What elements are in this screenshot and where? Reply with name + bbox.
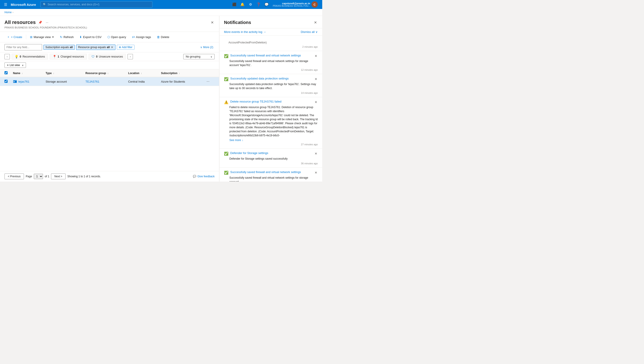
- dismiss-all-button[interactable]: Dismiss all ∨: [301, 30, 318, 34]
- notif-title-4[interactable]: Successfully saved firewall and virtual …: [230, 170, 312, 174]
- notifications-bell-icon[interactable]: 🔔: [239, 1, 246, 8]
- notification-plain-item: AccountProtectedFromDeletion) 2 minutes …: [220, 37, 322, 51]
- resource-type-cell: Storage account: [43, 77, 83, 86]
- activity-log-link[interactable]: More events in the activity log →: [224, 30, 266, 34]
- notif-see-more-2[interactable]: See more: [229, 139, 241, 142]
- assign-tags-button[interactable]: 🏷 Assign tags: [130, 34, 154, 40]
- search-input[interactable]: [48, 3, 150, 6]
- row-checkbox[interactable]: [4, 80, 8, 83]
- row-actions-button[interactable]: ···: [205, 79, 211, 84]
- page-select[interactable]: 1: [34, 174, 43, 179]
- breadcrumb-home[interactable]: Home: [4, 11, 12, 14]
- view-bar: ≡ List view ∨: [0, 61, 219, 69]
- unsecure-count: 0: [96, 55, 98, 58]
- location-column-header[interactable]: Location ↕: [126, 69, 158, 77]
- notif-close-4[interactable]: ✕: [314, 170, 318, 175]
- manage-view-icon: ⊞: [30, 35, 32, 39]
- resource-subscription-cell: Azure for Students: [158, 77, 202, 86]
- table-header-row: Name ↕ Type ↕ Resource group ↕ Locatio: [0, 69, 219, 77]
- resource-name-cell[interactable]: tejas761: [10, 77, 43, 86]
- manage-view-caret: ▼: [52, 36, 54, 38]
- more-filters-button[interactable]: ∨ More (2): [199, 45, 214, 50]
- next-button[interactable]: Next >: [51, 173, 66, 179]
- open-query-button[interactable]: ⬡ Open query: [105, 34, 129, 40]
- add-filter-button[interactable]: ⊕ Add filter: [117, 45, 134, 50]
- notif-body-1: Successfully updated data protection set…: [229, 82, 318, 90]
- user-org: PRAXIS BUSINESS SCHOOL FOU...: [273, 5, 310, 7]
- settings-gear-icon[interactable]: ⚙: [247, 1, 254, 8]
- notif-close-2[interactable]: ✕: [314, 100, 318, 104]
- notification-item-4: ✅ Successfully saved firewall and virtua…: [220, 168, 322, 182]
- resource-group-column-header[interactable]: Resource group ↕: [83, 69, 126, 77]
- filter-input[interactable]: [4, 44, 42, 50]
- changed-resources-item[interactable]: 📍 1 Changed resources: [50, 54, 87, 60]
- export-csv-button[interactable]: ⬇ Export to CSV: [77, 34, 104, 40]
- recommendation-bar: ‹ 💡 0 Recommendations 📍 1 Changed resour…: [0, 52, 219, 61]
- notifications-header: Notifications ✕: [220, 16, 322, 29]
- more-options-icon[interactable]: ···: [45, 20, 49, 25]
- recommendations-count: 0: [20, 55, 21, 58]
- left-panel: All resources 📌 ··· ✕ PRAXIS BUSINESS SC…: [0, 16, 219, 182]
- notif-title-2[interactable]: Delete resource group TEJAS761 failed: [230, 100, 312, 103]
- unsecure-icon: 🛡: [92, 55, 95, 59]
- add-filter-icon: ⊕: [119, 46, 121, 49]
- notif-close-3[interactable]: ✕: [314, 151, 318, 156]
- breadcrumb: Home ›: [0, 9, 322, 16]
- pin-icon[interactable]: 📌: [37, 20, 43, 25]
- notif-title-3[interactable]: Defender for Storage settings: [230, 151, 312, 155]
- name-sort-icon: ↕: [22, 72, 23, 75]
- page-header: All resources 📌 ··· ✕ PRAXIS BUSINESS SC…: [0, 16, 219, 32]
- pagination: < Previous Page 1 of 1 Next > Showing 1 …: [0, 171, 219, 182]
- resource-group-filter-remove[interactable]: ✕: [111, 46, 114, 49]
- rec-next-button[interactable]: ›: [128, 54, 133, 59]
- subscription-sort-icon: ↕: [179, 72, 180, 75]
- subscription-filter[interactable]: Subscription equals all: [44, 45, 75, 50]
- resource-table: Name ↕ Type ↕ Resource group ↕ Locatio: [0, 69, 219, 86]
- notif-close-0[interactable]: ✕: [314, 54, 318, 58]
- list-view-button[interactable]: ≡ List view ∨: [4, 63, 26, 68]
- changed-count: 1: [58, 55, 59, 58]
- notif-close-1[interactable]: ✕: [314, 77, 318, 81]
- type-column-header[interactable]: Type ↕: [43, 69, 83, 77]
- grouping-dropdown[interactable]: No grouping ∨: [183, 54, 214, 59]
- recommendations-item[interactable]: 💡 0 Recommendations: [12, 54, 48, 60]
- table-row[interactable]: tejas761 Storage account TEJAS761 Centra…: [0, 77, 219, 86]
- row-actions-cell[interactable]: ···: [202, 77, 219, 86]
- user-name: capstone6@praxis.ac.in: [282, 2, 310, 5]
- rec-prev-button[interactable]: ‹: [4, 54, 10, 59]
- feedback-button[interactable]: 💬 Give feedback: [193, 175, 214, 178]
- unsecure-resources-item[interactable]: 🛡 0 Unsecure resources: [88, 54, 126, 60]
- grouping-label: No grouping: [186, 55, 200, 58]
- resource-group-cell[interactable]: TEJAS761: [83, 77, 126, 86]
- row-checkbox-cell[interactable]: [0, 77, 10, 86]
- resource-group-filter-label: Resource group equals: [78, 46, 106, 49]
- select-all-checkbox[interactable]: [4, 71, 8, 74]
- name-column-header[interactable]: Name ↕: [10, 69, 43, 77]
- dismiss-all-caret: ∨: [316, 30, 318, 34]
- select-all-header[interactable]: [0, 69, 10, 77]
- user-section[interactable]: capstone6@praxis.ac.in PRAXIS BUSINESS S…: [271, 0, 320, 9]
- manage-view-button[interactable]: ⊞ Manage view ▼: [28, 34, 56, 40]
- close-button[interactable]: ✕: [210, 20, 214, 25]
- avatar: C: [312, 1, 318, 8]
- notifications-title: Notifications: [224, 20, 313, 25]
- notif-time-1: 14 minutes ago: [224, 92, 318, 94]
- refresh-button[interactable]: ↻ Refresh: [58, 34, 76, 40]
- previous-button[interactable]: < Previous: [4, 173, 24, 179]
- create-icon: ＋: [7, 35, 10, 39]
- list-view-icon: ≡: [7, 64, 8, 67]
- create-button[interactable]: ＋ + Create: [4, 34, 24, 40]
- subscription-column-header[interactable]: Subscription ↕: [158, 69, 202, 77]
- hamburger-menu[interactable]: ☰: [3, 2, 8, 8]
- resource-group-filter-value: all: [107, 46, 110, 49]
- notif-see-more-arrow: ↓: [242, 139, 243, 142]
- notifications-close-button[interactable]: ✕: [313, 20, 318, 26]
- resource-group-filter[interactable]: Resource group equals all ✕: [76, 45, 115, 50]
- delete-button[interactable]: 🗑 Delete: [154, 34, 172, 40]
- notif-title-0[interactable]: Successfully saved firewall and virtual …: [230, 54, 312, 57]
- notif-title-1[interactable]: Successfully updated data protection set…: [230, 77, 312, 80]
- feedback-icon[interactable]: 💬: [263, 1, 270, 8]
- cloud-shell-icon[interactable]: ⬛: [231, 1, 238, 8]
- help-icon[interactable]: ❓: [255, 1, 262, 8]
- search-bar[interactable]: 🔍: [40, 1, 152, 8]
